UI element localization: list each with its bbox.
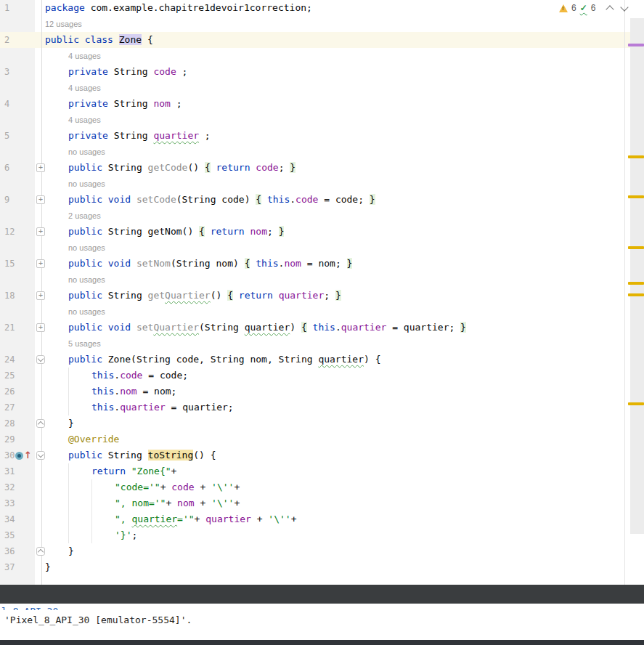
code-token: quartier xyxy=(205,514,251,524)
line-number[interactable]: 27 xyxy=(0,399,36,415)
fold-marker-plus-icon[interactable]: + xyxy=(36,163,45,172)
line-number[interactable]: 4 xyxy=(0,96,36,112)
warning-stripe-mark[interactable] xyxy=(628,195,644,198)
indent-guide xyxy=(91,479,92,543)
next-problem-button[interactable] xyxy=(621,3,629,11)
fold-marker-plus-icon[interactable]: + xyxy=(36,195,45,204)
line-number[interactable]: 31 xyxy=(0,463,36,479)
usages-hint[interactable]: 4 usages xyxy=(68,48,101,64)
line-number[interactable]: 34 xyxy=(0,511,36,527)
code-token: = code; xyxy=(318,194,369,205)
line-number[interactable]: 9 xyxy=(0,192,36,208)
code-line[interactable]: '}'; xyxy=(115,527,137,543)
line-number[interactable]: 6 xyxy=(0,160,36,176)
code-line[interactable]: } xyxy=(45,559,51,575)
code-line[interactable]: private String nom ; xyxy=(68,96,182,112)
line-number[interactable]: 33 xyxy=(0,495,36,511)
fold-marker-open-icon[interactable] xyxy=(36,355,45,364)
code-line[interactable]: this.nom = nom; xyxy=(91,384,176,399)
usages-hint[interactable]: 4 usages xyxy=(68,80,101,96)
info-stripe-mark[interactable] xyxy=(628,44,644,46)
code-line[interactable]: this.quartier = quartier; xyxy=(91,399,234,415)
code-token: return xyxy=(216,162,250,173)
warning-stripe-mark[interactable] xyxy=(628,282,644,285)
usages-hint[interactable]: no usages xyxy=(68,240,105,256)
code-line[interactable]: public void setQuartier(String quartier)… xyxy=(68,320,466,336)
warning-stripe-mark[interactable] xyxy=(628,293,644,296)
line-number[interactable]: 29 xyxy=(0,431,36,447)
line-number[interactable]: 5 xyxy=(0,128,36,144)
line-number[interactable]: 1 xyxy=(0,0,36,16)
code-line[interactable]: public void setNom(String nom) { this.no… xyxy=(68,256,352,272)
fold-marker-plus-icon[interactable]: + xyxy=(36,291,45,300)
scrollbar-thumb[interactable] xyxy=(630,18,644,534)
previous-problem-button[interactable] xyxy=(606,5,614,13)
line-number[interactable]: 36 xyxy=(0,543,36,559)
code-token: Quartier xyxy=(165,290,211,301)
code-line[interactable]: public String getQuartier() { return qua… xyxy=(68,288,341,304)
warnings-count[interactable]: 6 xyxy=(571,3,576,13)
code-line[interactable]: return "Zone{"+ xyxy=(91,463,176,479)
line-number[interactable]: 35 xyxy=(0,527,36,543)
code-line[interactable]: private String code ; xyxy=(68,64,187,80)
fold-marker-end-icon[interactable] xyxy=(36,419,45,428)
line-number[interactable]: 24 xyxy=(0,352,36,368)
code-line[interactable]: package com.example.chapitre1devoir1corr… xyxy=(45,0,312,16)
code-line[interactable]: @Override xyxy=(68,431,119,447)
usages-hint[interactable]: 12 usages xyxy=(45,16,82,32)
usages-hint[interactable]: no usages xyxy=(68,144,105,160)
code-line[interactable]: public Zone(String code, String nom, Str… xyxy=(68,352,381,368)
code-token: () { xyxy=(193,450,216,461)
code-line[interactable]: this.code = code; xyxy=(91,368,188,384)
code-token: nom xyxy=(153,98,170,109)
line-number[interactable]: 3 xyxy=(0,64,36,80)
console-device-link[interactable]: l_8_API_30 xyxy=(1,604,58,610)
code-token: '\'' xyxy=(211,482,234,492)
code-line[interactable]: } xyxy=(68,543,74,559)
code-line[interactable]: } xyxy=(68,415,74,431)
code-line[interactable]: "code='"+ code + '\''+ xyxy=(115,479,240,495)
usages-hint[interactable]: 5 usages xyxy=(68,336,101,352)
line-number[interactable]: 2 xyxy=(0,32,36,48)
code-line[interactable]: public String getNom() { return nom; } xyxy=(68,224,284,240)
fold-marker-open-icon[interactable] xyxy=(36,451,45,460)
code-line[interactable]: public void setCode(String code) { this.… xyxy=(68,192,375,208)
usages-hint[interactable]: 4 usages xyxy=(68,112,101,128)
fold-marker-plus-icon[interactable]: + xyxy=(36,227,45,236)
line-number[interactable]: 28 xyxy=(0,415,36,431)
warning-stripe-mark[interactable] xyxy=(628,155,644,158)
code-token: () xyxy=(211,290,227,301)
code-line[interactable]: public String toString() { xyxy=(68,447,216,463)
line-number[interactable]: 25 xyxy=(0,368,36,384)
navigate-super-icon[interactable]: ↑ xyxy=(24,450,31,461)
warning-stripe-mark[interactable] xyxy=(628,246,644,249)
warning-stripe-mark[interactable] xyxy=(628,402,644,405)
line-number[interactable]: 26 xyxy=(0,384,36,399)
fold-marker-plus-icon[interactable]: + xyxy=(36,323,45,332)
line-number[interactable]: 15 xyxy=(0,256,36,272)
code-token xyxy=(211,162,216,173)
code-token: (String nom) xyxy=(171,258,245,269)
line-number[interactable]: 18 xyxy=(0,288,36,304)
code-line[interactable]: public class Zone { xyxy=(45,32,153,48)
code-line[interactable]: private String quartier ; xyxy=(68,128,211,144)
code-line[interactable]: public String getCode() { return code; } xyxy=(68,160,295,176)
usages-hint[interactable]: no usages xyxy=(68,304,105,320)
code-line[interactable]: ", nom='"+ nom + '\''+ xyxy=(115,495,240,511)
fold-marker-plus-icon[interactable]: + xyxy=(36,259,45,268)
line-number[interactable]: 37 xyxy=(0,559,36,575)
warning-icon[interactable]: ! xyxy=(559,4,568,12)
code-token: quartier xyxy=(318,354,364,365)
overrides-method-icon[interactable] xyxy=(15,452,23,460)
typo-icon[interactable]: ✓ xyxy=(580,3,587,13)
usages-hint[interactable]: 2 usages xyxy=(68,208,101,224)
fold-marker-end-icon[interactable] xyxy=(36,547,45,556)
typos-count[interactable]: 6 xyxy=(591,3,596,13)
usages-hint[interactable]: no usages xyxy=(68,176,105,192)
code-token: get xyxy=(148,290,165,301)
code-line[interactable]: ", quartier='"+ quartier + '\''+ xyxy=(115,511,297,527)
line-number[interactable]: 32 xyxy=(0,479,36,495)
line-number[interactable]: 12 xyxy=(0,224,36,240)
line-number[interactable]: 21 xyxy=(0,320,36,336)
usages-hint[interactable]: no usages xyxy=(68,272,105,288)
